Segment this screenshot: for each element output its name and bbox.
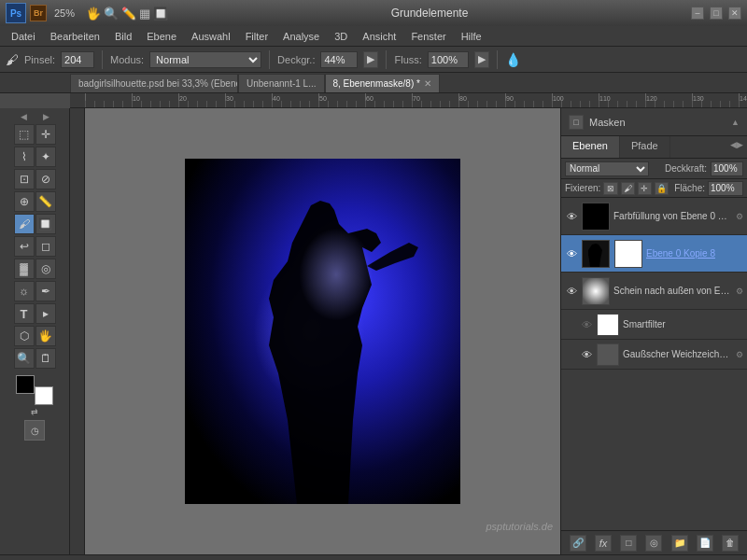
tool-notes[interactable]: 🗒 [35,348,56,369]
minimize-button[interactable]: – [691,7,704,20]
swap-colors-icon[interactable]: ⇄ [31,407,38,416]
tab-3[interactable]: 8, Ebenenmaske/8) * ✕ [325,74,440,92]
layer-item-4[interactable]: 👁 Smartfilter [561,310,747,340]
tool-history-brush[interactable]: ↩ [14,236,35,257]
tool-zoom[interactable]: 🔍 [14,348,35,369]
tool-ruler[interactable]: 📏 [35,191,56,212]
modus-select[interactable]: Normal Auflösen Abdunkeln Multiplizieren [149,51,261,68]
layer-link-button[interactable]: 🔗 [570,535,586,552]
menu-datei[interactable]: Datei [4,29,43,44]
masks-panel-icon: □ [569,115,584,130]
fix-lock[interactable]: 🔒 [655,182,669,195]
layer-3-name: Schein nach außen von Ebene 0 Kopie 8 [613,286,732,296]
layer-item-3[interactable]: 👁 Schein nach außen von Ebene 0 Kopie 8 … [561,273,747,310]
layer-5-visibility[interactable]: 👁 [580,348,593,361]
fix-brush[interactable]: 🖌 [621,182,635,195]
tool-eraser[interactable]: ◻ [35,236,56,257]
layer-5-options-icon[interactable]: ⚙ [736,350,743,359]
blend-mode-select[interactable]: Normal Auflösen Abdunkeln [565,161,649,176]
airbrush-icon[interactable]: 💧 [505,52,521,67]
tool-crop[interactable]: ⊡ [14,169,35,189]
ps-logo: Ps [6,3,26,23]
menu-bearbeiten[interactable]: Bearbeiten [43,29,107,44]
tool-brush[interactable]: 🖌 [14,214,35,234]
layer-delete-button[interactable]: 🗑 [722,535,739,552]
tool-text[interactable]: T [14,303,35,324]
layers-tab-pfade[interactable]: Pfade [620,136,670,158]
layer-3-options-icon[interactable]: ⚙ [736,287,743,296]
deckgrad-arrow[interactable]: ▶ [363,51,378,68]
masks-collapse-icon[interactable]: ▲ [731,118,740,127]
toolbar-icon-5[interactable]: 🔲 [153,7,168,21]
toolbar-icon-2[interactable]: 🔍 [104,7,119,21]
tool-magic-wand[interactable]: ✦ [35,147,56,167]
layer-item-1[interactable]: 👁 Farbfüllung von Ebene 0 Kopie 8 ⚙ [561,198,747,235]
tool-slice[interactable]: ⊘ [35,169,56,189]
toolbar-icon-3[interactable]: ✏️ [121,7,136,21]
background-color-swatch[interactable] [35,386,53,405]
menu-ansicht[interactable]: Ansicht [355,29,403,44]
tool-move[interactable]: ✛ [35,124,56,145]
menu-filter[interactable]: Filter [238,29,275,44]
layer-new-button[interactable]: 📄 [697,535,713,552]
layers-blend-options: Normal Auflösen Abdunkeln Deckkraft: [561,159,747,179]
tool-shape[interactable]: ⬡ [14,326,35,346]
layer-1-visibility[interactable]: 👁 [565,210,578,223]
toolbar-icon-4[interactable]: ▦ [139,7,150,21]
menu-3d[interactable]: 3D [327,29,355,44]
tool-eyedropper[interactable]: ⊕ [14,191,35,212]
layers-tab-ebenen[interactable]: Ebenen [561,136,620,158]
menu-bild[interactable]: Bild [107,29,139,44]
tool-hand[interactable]: 🖐 [35,326,56,346]
menu-ebene[interactable]: Ebene [139,29,184,44]
toolbar-icon-1[interactable]: 🖐 [86,7,101,21]
tool-stamp[interactable]: 🔲 [35,214,56,234]
layers-panel-collapse[interactable]: ◀▶ [726,136,747,158]
layer-group-button[interactable]: 📁 [671,535,688,552]
tab-3-close[interactable]: ✕ [424,78,431,89]
tab-1[interactable]: badgirlsilhouette.psd bei 33,3% (Ebene 0… [70,74,238,92]
layer-1-options-icon[interactable]: ⚙ [736,212,743,221]
maximize-button[interactable]: □ [710,7,723,20]
foreground-color-swatch[interactable] [16,375,35,394]
canvas-container[interactable] [85,108,560,554]
close-button[interactable]: ✕ [728,7,741,20]
tool-blur[interactable]: ◎ [35,259,56,279]
quick-mask-btn[interactable]: ◷ [24,420,45,441]
toolbox-collapse-right[interactable]: ▶ [35,112,56,121]
area-input[interactable] [708,181,743,196]
menu-fenster[interactable]: Fenster [403,29,453,44]
pinsel-size-input[interactable] [61,51,94,68]
layer-adjustment-button[interactable]: ◎ [645,535,662,552]
fix-checkerboard[interactable]: ⊠ [603,182,617,195]
fix-move[interactable]: ✛ [638,182,652,195]
layer-item-2[interactable]: 👁 Ebene 0 Kopie 8 [561,235,747,273]
menu-auswahl[interactable]: Auswahl [184,29,238,44]
tool-row-10: ⬡ 🖐 [14,326,56,346]
layer-item-5[interactable]: 👁 Gaußscher Weichzeichner ⚙ [561,340,747,370]
layer-4-visibility[interactable]: 👁 [580,318,593,331]
tool-gradient[interactable]: ▓ [14,259,35,279]
menu-hilfe[interactable]: Hilfe [454,29,489,44]
tool-lasso[interactable]: ⌇ [14,147,35,167]
layer-mask-button[interactable]: □ [620,535,637,552]
deckgrad-input[interactable] [320,51,358,68]
tool-dodge[interactable]: ☼ [14,281,35,301]
toolbox-collapse-left[interactable]: ◀ [13,112,34,121]
fluss-arrow[interactable]: ▶ [474,51,489,68]
layers-footer: 🔗 fx □ ◎ 📁 📄 🗑 [561,530,747,554]
layer-fx-button[interactable]: fx [595,535,612,552]
opacity-input[interactable] [711,161,743,176]
menu-analyse[interactable]: Analyse [275,29,327,44]
tab-2[interactable]: Unbenannt-1 L... [238,74,325,92]
tool-pen[interactable]: ✒ [35,281,56,301]
layer-2-thumb [582,240,610,268]
layer-3-visibility[interactable]: 👁 [565,285,578,298]
fluss-label: Fluss: [394,54,421,65]
fluss-input[interactable] [428,51,469,68]
layer-2-visibility[interactable]: 👁 [565,247,578,260]
tool-marquee-rect[interactable]: ⬚ [14,124,35,145]
tool-row-5: 🖌 🔲 [14,214,56,234]
layer-1-thumb [582,203,610,231]
tool-path-select[interactable]: ▸ [35,303,56,324]
